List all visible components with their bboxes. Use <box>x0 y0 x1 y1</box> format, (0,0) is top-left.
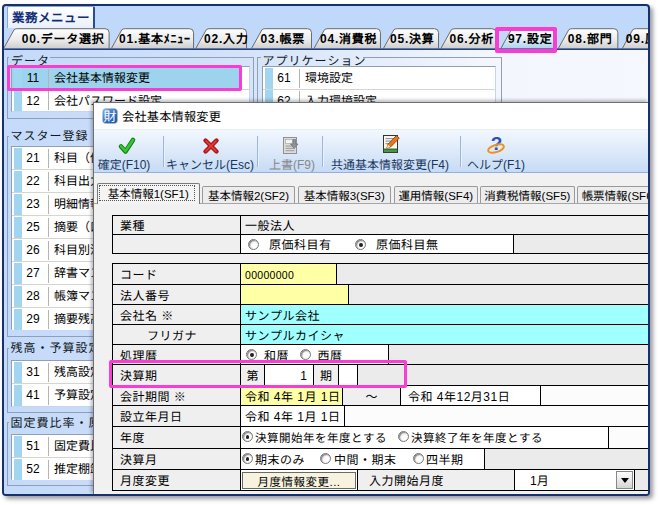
svg-text:財: 財 <box>103 108 116 124</box>
svg-text:02.入力: 02.入力 <box>204 29 249 46</box>
svg-text:05.決算: 05.決算 <box>390 29 435 46</box>
svg-text:06.分析: 06.分析 <box>449 29 494 46</box>
svg-text:09.原価: 09.原価 <box>626 29 649 46</box>
svg-text:08.部門: 08.部門 <box>568 29 613 46</box>
svg-text:01.基本ﾒﾆｭｰ: 01.基本ﾒﾆｭｰ <box>119 29 191 46</box>
svg-text:03.帳票: 03.帳票 <box>261 29 306 46</box>
svg-text:00.データ選択: 00.データ選択 <box>22 29 105 46</box>
svg-text:04.消費税: 04.消費税 <box>320 29 377 46</box>
